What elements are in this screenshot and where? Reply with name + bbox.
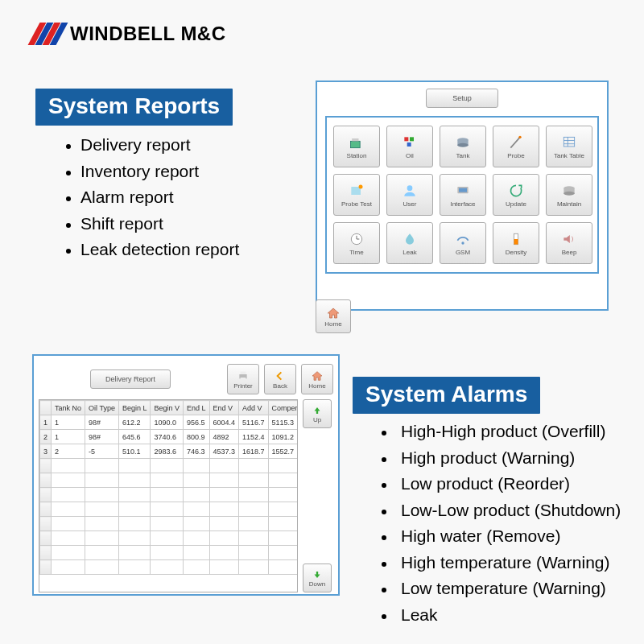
tile-probe[interactable]: Probe <box>493 126 539 167</box>
svg-rect-27 <box>514 239 518 245</box>
svg-line-8 <box>510 137 520 147</box>
list-item: Low product (Reorder) <box>396 471 621 497</box>
list-item: Leak <box>396 602 621 629</box>
reports-heading: System Reports <box>35 89 233 126</box>
tile-density[interactable]: Density <box>493 222 539 264</box>
svg-point-21 <box>564 191 574 195</box>
tile-beep[interactable]: Beep <box>546 222 592 264</box>
list-item: High-High product (Overfill) <box>396 419 621 445</box>
svg-rect-1 <box>352 138 358 141</box>
home-icon <box>310 369 324 382</box>
delivery-panel: Delivery Report Printer Back Home Tank N… <box>32 354 340 596</box>
list-item: Inventory report <box>80 159 239 185</box>
alarms-list: High-High product (Overfill) High produc… <box>378 419 621 628</box>
down-button[interactable]: Down <box>303 564 332 592</box>
back-icon <box>273 369 287 382</box>
setup-panel: Setup Station Oil Tank Probe Tank Table … <box>316 80 609 311</box>
svg-rect-29 <box>241 371 246 374</box>
svg-rect-2 <box>404 137 408 141</box>
svg-rect-30 <box>241 378 246 380</box>
column-header[interactable]: Begin L <box>118 401 151 415</box>
svg-point-25 <box>461 242 464 244</box>
delivery-grid[interactable]: Tank NoOil TypeBegin LBegin VEnd LEnd VA… <box>39 399 298 592</box>
list-item: Shift report <box>80 211 239 237</box>
tile-time[interactable]: Time <box>333 222 380 264</box>
brand-logo: WINDBELL M&C <box>34 23 226 45</box>
tile-tank-table[interactable]: Tank Table <box>546 126 592 167</box>
home-button[interactable]: Home <box>316 299 351 333</box>
column-header[interactable]: Add V <box>239 401 269 415</box>
tile-gsm[interactable]: GSM <box>440 222 486 264</box>
svg-point-16 <box>407 185 413 191</box>
setup-title-button[interactable]: Setup <box>426 89 498 108</box>
tile-maintain[interactable]: Maintain <box>546 174 592 216</box>
tile-leak[interactable]: Leak <box>386 222 433 264</box>
table-row[interactable]: 1198#612.21090.0956.56004.45116.75115.3 <box>40 415 299 430</box>
table-row[interactable]: 32-5510.12983.6746.34537.31618.71552.7 <box>40 444 299 459</box>
tile-update[interactable]: Update <box>493 174 539 216</box>
svg-rect-18 <box>459 188 467 192</box>
printer-button[interactable]: Printer <box>227 364 259 394</box>
back-button[interactable]: Back <box>264 364 296 394</box>
arrow-up-icon <box>311 405 324 416</box>
printer-icon <box>236 369 250 382</box>
column-header[interactable]: Oil Type <box>85 401 119 415</box>
list-item: Delivery report <box>80 132 239 159</box>
svg-point-7 <box>457 142 468 147</box>
column-header[interactable]: End V <box>209 401 239 415</box>
tile-interface[interactable]: Interface <box>440 174 486 216</box>
svg-rect-10 <box>564 137 574 147</box>
home-button-toolbar[interactable]: Home <box>301 364 333 394</box>
tile-probe-test[interactable]: Probe Test <box>333 174 380 216</box>
tile-oil[interactable]: Oil <box>386 126 433 167</box>
up-button[interactable]: Up <box>303 399 332 428</box>
column-header[interactable]: End L <box>183 401 209 415</box>
list-item: Alarm report <box>80 184 239 211</box>
tile-station[interactable]: Station <box>333 126 380 167</box>
list-item: Low temperature (Warning) <box>396 576 621 602</box>
alarms-heading: System Alarms <box>353 377 540 414</box>
home-icon <box>325 306 341 320</box>
tile-user[interactable]: User <box>386 174 433 216</box>
setup-grid: Station Oil Tank Probe Tank Table Probe … <box>325 116 599 274</box>
list-item: High water (Remove) <box>396 523 621 550</box>
svg-rect-3 <box>410 137 414 141</box>
arrow-down-icon <box>311 569 324 580</box>
delivery-toolbar: Delivery Report Printer Back Home <box>39 362 333 396</box>
logo-text: WINDBELL M&C <box>70 23 226 45</box>
svg-point-15 <box>359 184 363 188</box>
svg-rect-4 <box>407 142 411 147</box>
column-header[interactable]: Begin V <box>151 401 184 415</box>
reports-list: Delivery report Inventory report Alarm r… <box>63 132 239 263</box>
column-header[interactable]: Compensate V <box>268 401 298 415</box>
list-item: High temperature (Warning) <box>396 550 621 576</box>
list-item: Leak detection report <box>80 237 239 263</box>
tile-tank[interactable]: Tank <box>440 126 486 167</box>
svg-rect-0 <box>351 141 361 147</box>
logo-mark-icon <box>34 23 62 45</box>
table-row[interactable]: 2198#645.63740.6800.948921152.41091.2 <box>40 430 299 444</box>
list-item: High product (Warning) <box>396 445 621 472</box>
svg-point-9 <box>518 135 521 138</box>
column-header[interactable]: Tank No <box>52 401 85 415</box>
list-item: Low-Low product (Shutdown) <box>396 497 621 524</box>
delivery-title-button[interactable]: Delivery Report <box>90 369 171 389</box>
